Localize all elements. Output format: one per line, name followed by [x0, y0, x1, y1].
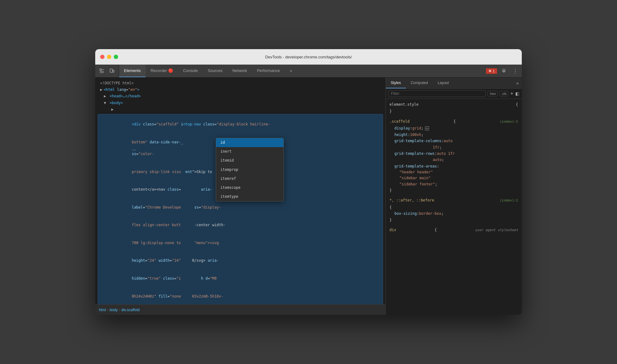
- devtools-tabs: Elements Recorder 🔴 Console Sources Netw…: [119, 65, 483, 77]
- universal-close: }: [389, 217, 518, 223]
- filter-input[interactable]: [388, 90, 486, 97]
- style-box-sizing: box-sizing: border-box;: [389, 210, 518, 217]
- tab-console[interactable]: Console: [178, 65, 203, 77]
- element-style-rule: element.style { }: [389, 101, 518, 115]
- expand-icon[interactable]: ▶: [104, 94, 106, 98]
- filter-cls-button[interactable]: .cls: [500, 91, 508, 96]
- universal-source: (index):1: [500, 198, 518, 204]
- tab-network[interactable]: Network: [228, 65, 252, 77]
- scaffold-style-rule: .scaffold { (index):1 display: grid; hei…: [389, 118, 518, 193]
- svg-rect-4: [110, 69, 113, 72]
- autocomplete-dropdown[interactable]: id inert itemid itemprop itemref itemsco…: [216, 138, 284, 201]
- scaffold-selector: .scaffold { (index):1: [389, 118, 518, 125]
- style-areas-val: "header header": [389, 169, 518, 175]
- autocomplete-item-itemref[interactable]: itemref: [216, 174, 283, 183]
- autocomplete-item-itemscope[interactable]: itemscope: [216, 183, 283, 192]
- devtools-container: Elements Recorder 🔴 Console Sources Netw…: [95, 65, 522, 315]
- universal-style-rule: *, ::after, ::before (index):1 { box-siz…: [389, 197, 518, 223]
- autocomplete-item-inert[interactable]: inert: [216, 147, 283, 156]
- autocomplete-item-itemprop[interactable]: itemprop: [216, 165, 283, 174]
- styles-tab-bar: Styles Computed Layout »: [386, 78, 522, 89]
- style-grid-template-columns-val: 1fr;: [389, 144, 518, 150]
- collapse-icon[interactable]: ▼: [104, 101, 106, 105]
- expand-icon[interactable]: ▶: [111, 107, 113, 112]
- tab-more-styles[interactable]: »: [513, 78, 522, 88]
- svg-rect-5: [113, 70, 114, 72]
- dom-doctype: <!DOCTYPE html>: [95, 80, 385, 87]
- div-selector: div { user agent stylesheet: [389, 227, 518, 233]
- style-grid-template-rows: grid-template-rows: auto 1fr: [389, 150, 518, 157]
- filter-hov-button[interactable]: :hov: [487, 91, 498, 96]
- styles-content: element.style { } .scaffold { (index):1 …: [386, 99, 522, 315]
- elements-panel: <!DOCTYPE html> ▶<html lang="en"> ▶ <hea…: [95, 78, 386, 315]
- tab-more[interactable]: »: [285, 65, 297, 77]
- autocomplete-item-id[interactable]: id: [216, 138, 283, 147]
- devtools-tab-bar: Elements Recorder 🔴 Console Sources Netw…: [95, 65, 522, 78]
- tab-sources[interactable]: Sources: [203, 65, 228, 77]
- devtools-window: DevTools - developer.chrome.com/tags/dev…: [95, 49, 522, 315]
- svg-rect-0: [100, 69, 101, 70]
- tab-elements[interactable]: Elements: [119, 65, 146, 77]
- style-display: display: grid;: [389, 125, 518, 131]
- tab-performance[interactable]: Performance: [252, 65, 285, 77]
- breadcrumb-div-scaffold[interactable]: div.scaffold: [121, 308, 140, 312]
- breadcrumb-body[interactable]: body: [110, 308, 118, 312]
- tab-bar-left-icons: [95, 65, 119, 77]
- expand-icon[interactable]: ▶: [100, 87, 102, 92]
- tab-recorder[interactable]: Recorder 🔴: [146, 65, 178, 77]
- filter-bar: :hov .cls + ◧: [386, 89, 522, 99]
- grid-display-icon[interactable]: [425, 126, 429, 130]
- tab-layout[interactable]: Layout: [433, 78, 454, 88]
- scaffold-source: (index):1: [500, 119, 518, 125]
- div-style-rule: div { user agent stylesheet: [389, 227, 518, 233]
- style-height: height: 100vh;: [389, 132, 518, 138]
- device-toggle-button[interactable]: [108, 67, 116, 75]
- breadcrumb-html[interactable]: html: [99, 308, 106, 312]
- style-grid-template-areas: grid-template-areas:: [389, 163, 518, 169]
- dom-body[interactable]: ▼ <body>: [95, 100, 385, 106]
- dom-head[interactable]: ▶ <head>…</head>: [95, 93, 385, 99]
- style-areas-val3: "sidebar footer";: [389, 181, 518, 187]
- close-button[interactable]: [100, 55, 104, 59]
- more-options-button[interactable]: ⋮: [511, 67, 519, 75]
- add-style-button[interactable]: +: [510, 91, 513, 96]
- autocomplete-item-itemid[interactable]: itemid: [216, 156, 283, 165]
- autocomplete-item-itemtype[interactable]: itemtype: [216, 192, 283, 201]
- dom-tree[interactable]: <!DOCTYPE html> ▶<html lang="en"> ▶ <hea…: [95, 78, 385, 304]
- selected-element-line1: <div class="scaffold" i<top-nav class="d…: [100, 116, 380, 133]
- tab-styles[interactable]: Styles: [386, 78, 406, 88]
- title-bar: DevTools - developer.chrome.com/tags/dev…: [95, 49, 522, 65]
- style-grid-template-rows-val: auto;: [389, 157, 518, 163]
- style-areas-val2: "sidebar main": [389, 175, 518, 181]
- settings-button[interactable]: [500, 67, 508, 75]
- div-source: user agent stylesheet: [475, 227, 518, 233]
- error-badge[interactable]: ✕ 1: [486, 68, 497, 74]
- universal-selector: *, ::after, ::before (index):1: [389, 197, 518, 204]
- element-style-selector: element.style {: [389, 101, 518, 108]
- inspect-element-button[interactable]: [98, 67, 106, 75]
- tab-computed[interactable]: Computed: [406, 78, 433, 88]
- main-area: <!DOCTYPE html> ▶<html lang="en"> ▶ <hea…: [95, 78, 522, 315]
- window-title: DevTools - developer.chrome.com/tags/dev…: [265, 55, 352, 59]
- dom-arrow[interactable]: ▶: [95, 106, 385, 113]
- maximize-button[interactable]: [114, 55, 118, 59]
- styles-panel: Styles Computed Layout » :hov .cls +: [386, 78, 522, 315]
- scaffold-close: }: [389, 187, 518, 193]
- tab-bar-right: ✕ 1 ⋮: [483, 65, 522, 77]
- dom-html[interactable]: ▶<html lang="en">: [95, 87, 385, 93]
- toggle-changes-icon[interactable]: ◧: [515, 91, 519, 96]
- breadcrumb: html › body › div.scaffold: [95, 304, 385, 315]
- traffic-lights: [100, 55, 118, 59]
- style-grid-template-columns: grid-template-columns: auto: [389, 138, 518, 144]
- minimize-button[interactable]: [107, 55, 111, 59]
- element-style-close: }: [389, 108, 518, 114]
